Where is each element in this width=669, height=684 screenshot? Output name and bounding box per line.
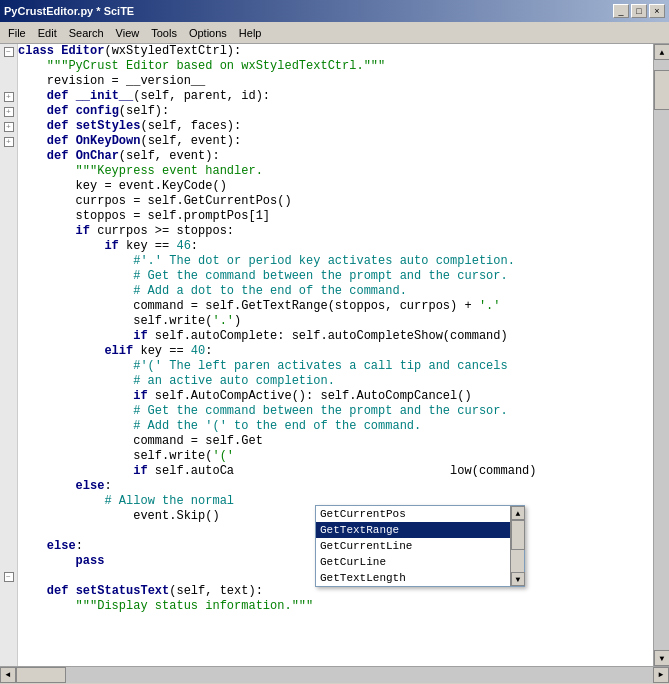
autocomplete-dropdown[interactable]: GetCurrentPos GetTextRange GetCurrentLin…: [315, 505, 525, 587]
gutter-line-8: [0, 149, 17, 164]
gutter-line-22: [0, 359, 17, 374]
scroll-thumb[interactable]: [654, 70, 669, 110]
close-button[interactable]: ×: [649, 4, 665, 18]
gutter-line-28: [0, 449, 17, 464]
gutter-line-24: [0, 389, 17, 404]
gutter: − + + + + −: [0, 44, 18, 666]
fold-icon-4[interactable]: +: [4, 92, 14, 102]
gutter-line-38: [0, 599, 17, 614]
gutter-line-10: [0, 179, 17, 194]
gutter-line-1[interactable]: −: [0, 44, 17, 59]
gutter-line-30: [0, 479, 17, 494]
gutter-line-34: [0, 539, 17, 554]
gutter-line-6[interactable]: +: [0, 119, 17, 134]
scroll-track[interactable]: [654, 60, 669, 650]
ac-item-getcurrentpos[interactable]: GetCurrentPos: [316, 506, 524, 522]
editor-container: − + + + + −: [0, 44, 669, 666]
maximize-button[interactable]: □: [631, 4, 647, 18]
fold-icon-7[interactable]: +: [4, 137, 14, 147]
fold-icon-5[interactable]: +: [4, 107, 14, 117]
fold-icon-6[interactable]: +: [4, 122, 14, 132]
gutter-line-11: [0, 194, 17, 209]
code-area[interactable]: class Editor(wxStyledTextCtrl): """PyCru…: [18, 44, 653, 666]
gutter-line-20: [0, 329, 17, 344]
scroll-up-button[interactable]: ▲: [654, 44, 669, 60]
h-scroll-track[interactable]: [16, 667, 653, 683]
horizontal-scrollbar[interactable]: ◄ ►: [0, 666, 669, 682]
h-scroll-thumb[interactable]: [16, 667, 66, 683]
gutter-line-14: [0, 239, 17, 254]
fold-icon-1[interactable]: −: [4, 47, 14, 57]
menu-file[interactable]: File: [2, 25, 32, 41]
ac-scroll-down-button[interactable]: ▼: [511, 572, 525, 586]
gutter-line-37: [0, 584, 17, 599]
menu-tools[interactable]: Tools: [145, 25, 183, 41]
gutter-line-32: [0, 509, 17, 524]
menu-bar: File Edit Search View Tools Options Help: [0, 22, 669, 44]
menu-edit[interactable]: Edit: [32, 25, 63, 41]
title-bar: PyCrustEditor.py * SciTE _ □ ×: [0, 0, 669, 22]
fold-icon-36[interactable]: −: [4, 572, 14, 582]
menu-search[interactable]: Search: [63, 25, 110, 41]
gutter-line-9: [0, 164, 17, 179]
gutter-line-33: [0, 524, 17, 539]
gutter-line-25: [0, 404, 17, 419]
menu-view[interactable]: View: [110, 25, 146, 41]
menu-options[interactable]: Options: [183, 25, 233, 41]
gutter-line-12: [0, 209, 17, 224]
gutter-line-7[interactable]: +: [0, 134, 17, 149]
h-scroll-left-button[interactable]: ◄: [0, 667, 16, 683]
gutter-line-4[interactable]: +: [0, 89, 17, 104]
gutter-line-31: [0, 494, 17, 509]
gutter-line-18: [0, 299, 17, 314]
ac-scrollbar[interactable]: ▲ ▼: [510, 506, 524, 586]
ac-scroll-thumb[interactable]: [511, 520, 525, 550]
gutter-line-5[interactable]: +: [0, 104, 17, 119]
scroll-down-button[interactable]: ▼: [654, 650, 669, 666]
gutter-line-29: [0, 464, 17, 479]
minimize-button[interactable]: _: [613, 4, 629, 18]
gutter-line-3: [0, 74, 17, 89]
gutter-line-26: [0, 419, 17, 434]
ac-item-gettextlength[interactable]: GetTextLength: [316, 570, 524, 586]
vertical-scrollbar[interactable]: ▲ ▼: [653, 44, 669, 666]
gutter-line-21: [0, 344, 17, 359]
h-scroll-right-button[interactable]: ►: [653, 667, 669, 683]
gutter-line-36[interactable]: −: [0, 569, 17, 584]
gutter-line-19: [0, 314, 17, 329]
gutter-line-15: [0, 254, 17, 269]
ac-item-gettextrange[interactable]: GetTextRange: [316, 522, 524, 538]
ac-item-getcurrentline[interactable]: GetCurrentLine: [316, 538, 524, 554]
gutter-line-35: [0, 554, 17, 569]
gutter-line-16: [0, 269, 17, 284]
gutter-line-17: [0, 284, 17, 299]
menu-help[interactable]: Help: [233, 25, 268, 41]
ac-scroll-up-button[interactable]: ▲: [511, 506, 525, 520]
title-bar-buttons[interactable]: _ □ ×: [613, 4, 665, 18]
gutter-line-23: [0, 374, 17, 389]
window-title: PyCrustEditor.py * SciTE: [4, 5, 134, 17]
ac-item-getcurline[interactable]: GetCurLine: [316, 554, 524, 570]
gutter-line-2: [0, 59, 17, 74]
gutter-line-13: [0, 224, 17, 239]
gutter-line-27: [0, 434, 17, 449]
